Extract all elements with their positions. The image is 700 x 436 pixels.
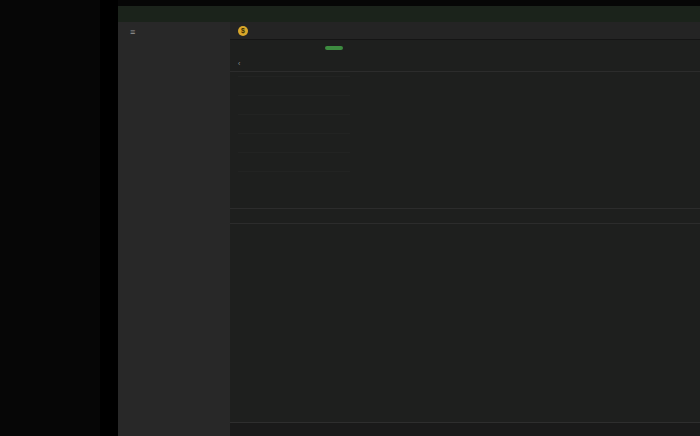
sidebar-bottom-group bbox=[118, 430, 230, 436]
currency-icon: $ bbox=[238, 26, 248, 36]
report-tabs-row: ‹ bbox=[230, 56, 700, 72]
table-header bbox=[230, 224, 700, 234]
hands-table bbox=[230, 234, 700, 422]
status-bar bbox=[230, 422, 700, 436]
chart-y-axis bbox=[354, 76, 372, 176]
sidebar-spacer bbox=[118, 41, 230, 430]
date-range-button[interactable] bbox=[325, 46, 343, 50]
app-body: ≡ $ ‹ bbox=[118, 22, 700, 436]
filter-row bbox=[230, 40, 700, 56]
content: $ ‹ bbox=[230, 22, 700, 436]
quick-launch-bar bbox=[100, 0, 118, 436]
chart-legend bbox=[230, 196, 700, 208]
back-arrow-icon: ‹ bbox=[238, 60, 240, 67]
menubar bbox=[118, 6, 700, 22]
chart-area bbox=[230, 72, 700, 196]
hand2note-window: ≡ $ ‹ bbox=[118, 6, 700, 436]
sidebar: ≡ bbox=[118, 22, 230, 436]
account-bar: $ bbox=[230, 22, 700, 40]
back-button[interactable]: ‹ bbox=[238, 60, 243, 67]
hands-tabs bbox=[230, 208, 700, 224]
hamburger-menu-icon[interactable]: ≡ bbox=[118, 25, 230, 41]
chart-canvas[interactable] bbox=[238, 76, 350, 176]
